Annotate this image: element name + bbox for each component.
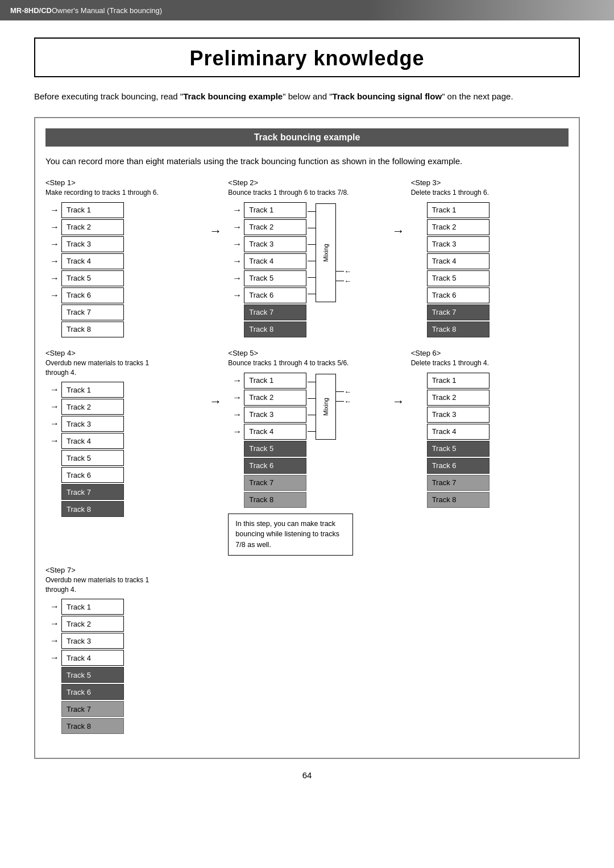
header-text: MR-8HD/CDOwner's Manual (Track bouncing) (10, 6, 162, 15)
step-4-col: <Step 4> Overdub new materials to tracks… (45, 349, 203, 519)
step-7-desc: Overdub new materials to tracks 1 throug… (45, 575, 171, 595)
arrow-icon: → (228, 273, 244, 283)
step-7-tracks: → Track 1 → Track 2 → Track 3 → (45, 599, 124, 735)
mix-line (308, 228, 316, 228)
arrow-icon: → (228, 427, 244, 437)
track-row: → Track 5 (228, 270, 306, 286)
mix-line (308, 261, 316, 261)
track-box: Track 8 (61, 322, 124, 337)
arrow-icon: ← (344, 267, 351, 276)
track-row: → Track 3 (228, 407, 306, 423)
steps-row-3: <Step 7> Overdub new materials to tracks… (45, 566, 569, 736)
step-6-desc: Delete tracks 1 through 4. (411, 358, 489, 368)
step-2-desc: Bounce tracks 1 through 6 to tracks 7/8. (228, 188, 349, 198)
track-row: → Track 8 (45, 322, 124, 337)
bold2: Track bouncing signal flow (333, 91, 442, 101)
track-box: Track 2 (244, 390, 306, 406)
main-content: Preliminary knowledge Before executing t… (0, 20, 614, 803)
step-2-col: <Step 2> Bounce tracks 1 through 6 to tr… (228, 178, 385, 339)
mix-lines-right-5: ← ← (336, 374, 351, 440)
track-row: → Track 7 (228, 475, 306, 491)
mix-line (308, 211, 316, 212)
track-row: → Track 8 (411, 322, 489, 337)
arrow-icon: → (228, 290, 244, 301)
track-row: → Track 1 (411, 202, 489, 218)
track-box: Track 3 (244, 236, 306, 252)
between-arrow-1-2: → (203, 178, 228, 239)
track-row: → Track 2 (45, 399, 124, 415)
mix-line (336, 271, 344, 272)
step-5-mix-group: → Track 1 → Track 2 → Track 3 (228, 373, 353, 509)
mix-line (336, 401, 344, 402)
track-box: Track 3 (61, 633, 124, 649)
step-2-mix-group: → Track 1 → Track 2 → Track 3 (228, 202, 351, 339)
track-box: Track 1 (61, 202, 124, 218)
mixing-label: Mixing (322, 244, 329, 262)
track-box-dark: Track 6 (61, 684, 124, 700)
track-box-dark: Track 7 (244, 304, 306, 320)
step-1-desc: Make recording to tracks 1 through 6. (45, 188, 159, 198)
track-box: Track 4 (427, 253, 489, 269)
track-box: Track 2 (61, 399, 124, 415)
track-box: Track 4 (61, 253, 124, 269)
track-row: → Track 3 (228, 236, 306, 252)
step-5-col: <Step 5> Bounce tracks 1 through 4 to tr… (228, 349, 385, 556)
arrow-icon: → (228, 410, 244, 420)
track-row: → Track 8 (411, 492, 489, 508)
track-row: → Track 4 (45, 433, 124, 449)
mix-line-right: ← (336, 277, 351, 285)
track-row: → Track 4 (45, 650, 124, 666)
track-box-medium: Track 8 (61, 718, 124, 734)
track-row: → Track 6 (45, 684, 124, 700)
track-box-dark: Track 5 (244, 441, 306, 457)
track-row: → Track 4 (45, 253, 124, 269)
note-box: In this step, you can make track bouncin… (228, 514, 353, 556)
page: MR-8HD/CDOwner's Manual (Track bouncing)… (0, 0, 614, 868)
track-box: Track 7 (61, 304, 124, 320)
track-row: → Track 3 (45, 633, 124, 649)
page-title: Preliminary knowledge (34, 37, 580, 77)
track-row: → Track 1 (45, 202, 124, 218)
track-box: Track 2 (427, 219, 489, 235)
step-4-tracks: → Track 1 → Track 2 → Track 3 → (45, 382, 124, 518)
step-3-desc: Delete tracks 1 through 6. (411, 188, 489, 198)
arrow-icon: ← (344, 397, 351, 406)
arrow-icon: → (45, 619, 61, 629)
track-box: Track 4 (244, 424, 306, 440)
track-row: → Track 6 (411, 458, 489, 474)
mix-line (308, 431, 316, 432)
track-row: → Track 2 (228, 219, 306, 235)
track-box-dark: Track 5 (427, 441, 489, 457)
arrow-icon: → (45, 602, 61, 612)
track-box: Track 6 (61, 467, 124, 483)
track-box: Track 3 (427, 236, 489, 252)
step-7-label: <Step 7> (45, 566, 76, 574)
arrow-icon: → (45, 205, 61, 215)
track-box-dark: Track 8 (61, 501, 124, 517)
track-row: → Track 5 (411, 270, 489, 286)
header-bar: MR-8HD/CDOwner's Manual (Track bouncing) (0, 0, 614, 20)
track-box-dark: Track 7 (427, 304, 489, 320)
step-4-desc: Overdub new materials to tracks 1 throug… (45, 358, 171, 378)
arrow-icon: → (228, 205, 244, 215)
step-6-label: <Step 6> (411, 349, 441, 357)
arrow-icon: → (45, 385, 61, 395)
arrow-icon: → (228, 239, 244, 249)
step-1-tracks: → Track 1 → Track 2 → Track 3 → (45, 202, 124, 339)
track-row: → Track 3 (411, 407, 489, 423)
step-3-col: <Step 3> Delete tracks 1 through 6. → Tr… (411, 178, 569, 339)
track-row: → Track 2 (411, 390, 489, 406)
arrow-icon: → (45, 402, 61, 412)
arrow-icon: ← (344, 387, 351, 396)
track-box: Track 2 (61, 616, 124, 632)
mix-visual: Mixing ← ← (308, 203, 351, 302)
between-arrow-2-3: → (386, 178, 411, 239)
step-5-content: → Track 1 → Track 2 → Track 3 (228, 373, 353, 556)
step-3-label: <Step 3> (411, 178, 441, 187)
track-row: → Track 4 (228, 253, 306, 269)
track-box-dark: Track 6 (427, 458, 489, 474)
track-row: → Track 8 (45, 501, 124, 517)
track-box: Track 1 (61, 599, 124, 615)
mix-line (308, 277, 316, 278)
track-box: Track 5 (61, 270, 124, 286)
